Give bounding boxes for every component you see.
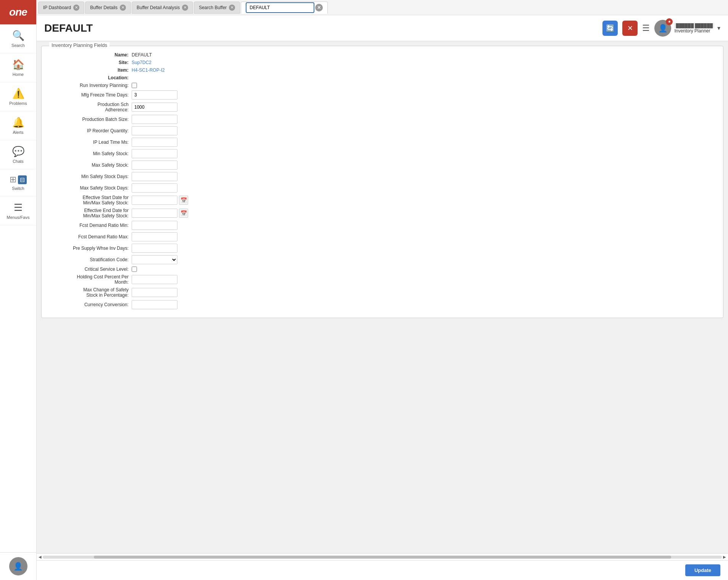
avatar-person-icon: 👤 <box>658 24 668 33</box>
tab-close-ip-dashboard[interactable]: ✕ <box>73 5 79 11</box>
input-ip-lead-time-ms[interactable] <box>132 138 177 147</box>
sidebar-bottom-avatar[interactable]: 👤 <box>0 552 37 580</box>
input-fcst-demand-ratio-min[interactable] <box>132 221 177 230</box>
scroll-left-arrow[interactable]: ◀ <box>37 554 43 560</box>
value-name: DEFAULT <box>132 52 152 58</box>
label-critical-service-level: Critical Service Level: <box>48 267 132 272</box>
tab-search-buffer[interactable]: Search Buffer ✕ <box>194 2 240 14</box>
input-max-safety-stock-days[interactable] <box>132 183 177 193</box>
switch-blue-icon: ⊟ <box>18 175 27 184</box>
label-min-safety-stock-days: Min Safety Stock Days: <box>48 174 132 179</box>
tab-default[interactable]: ✕ <box>241 2 328 14</box>
field-production-batch-size: Production Batch Size: <box>48 115 717 124</box>
field-max-safety-stock-days: Max Safety Stock Days: <box>48 183 717 193</box>
checkbox-run-inventory-planning[interactable] <box>132 83 137 88</box>
scroll-right-arrow[interactable]: ▶ <box>722 554 727 560</box>
field-effective-end-date: Effective End Date forMin/Max Safety Sto… <box>48 208 717 219</box>
label-run-inventory-planning: Run Inventory Planning: <box>48 83 132 88</box>
app-logo[interactable]: one <box>0 0 37 24</box>
page-title: DEFAULT <box>44 22 598 34</box>
input-currency-conversion[interactable] <box>132 300 177 309</box>
field-site: Site: Sup7DC2 <box>48 60 717 65</box>
input-effective-start-date[interactable] <box>132 196 177 205</box>
scroll-track[interactable] <box>43 556 722 559</box>
input-min-safety-stock[interactable] <box>132 149 177 158</box>
input-production-batch-size[interactable] <box>132 115 177 124</box>
field-pre-supply-whse-inv-days: Pre Supply Whse Inv Days: <box>48 244 717 253</box>
sidebar-item-chats[interactable]: 💬 Chats <box>0 140 37 169</box>
label-max-safety-stock: Max Safety Stock: <box>48 162 132 168</box>
refresh-button[interactable]: 🔄 <box>602 21 618 36</box>
label-production-batch-size: Production Batch Size: <box>48 117 132 122</box>
tab-label: IP Dashboard <box>43 5 71 10</box>
checkbox-critical-service-level[interactable] <box>132 267 137 272</box>
switch-gray-icon: ⊞ <box>10 175 16 185</box>
close-button[interactable]: ✕ <box>622 21 638 36</box>
chevron-down-icon[interactable]: ▾ <box>717 24 720 32</box>
link-site[interactable]: Sup7DC2 <box>132 60 151 65</box>
header-user[interactable]: 👤 ★ ██████ ██████ Inventory Planner ▾ <box>654 20 720 37</box>
field-min-safety-stock-days: Min Safety Stock Days: <box>48 172 717 181</box>
star-badge: ★ <box>666 18 673 25</box>
sidebar-menus-favs-label: Menus/Favs <box>7 215 30 220</box>
field-location: Location: <box>48 75 717 80</box>
tab-buffer-detail-analysis[interactable]: Buffer Detail Analysis ✕ <box>132 2 193 14</box>
label-fcst-demand-ratio-max: Fcst Demand Ratio Max: <box>48 234 132 239</box>
input-max-change-safety-stock[interactable] <box>132 288 177 297</box>
update-button[interactable]: Update <box>685 564 720 576</box>
input-min-safety-stock-days[interactable] <box>132 172 177 181</box>
menu-button[interactable]: ☰ <box>642 23 650 33</box>
form-panel: Inventory Planning Fields Name: DEFAULT … <box>41 46 723 318</box>
tab-input-wrap: ✕ <box>246 2 323 13</box>
field-max-safety-stock: Max Safety Stock: <box>48 161 717 170</box>
calendar-button-end[interactable]: 📅 <box>179 209 188 218</box>
sidebar-item-problems[interactable]: ⚠️ Problems <box>0 82 37 111</box>
tab-buffer-details[interactable]: Buffer Details ✕ <box>85 2 131 14</box>
field-holding-cost: Holding Cost Percent PerMonth: <box>48 274 717 285</box>
sidebar-item-menus-favs[interactable]: ☰ Menus/Favs <box>0 196 37 225</box>
field-min-safety-stock: Min Safety Stock: <box>48 149 717 158</box>
scroll-thumb <box>94 556 671 559</box>
bell-icon: 🔔 <box>12 117 24 129</box>
input-ip-reorder-quantity[interactable] <box>132 126 177 135</box>
tab-close-search-buffer[interactable]: ✕ <box>229 5 235 11</box>
link-item[interactable]: H4-SC1-ROP-I2 <box>132 67 165 73</box>
field-item: Item: H4-SC1-ROP-I2 <box>48 67 717 73</box>
input-holding-cost[interactable] <box>132 275 177 284</box>
label-effective-end-date: Effective End Date forMin/Max Safety Sto… <box>48 208 132 219</box>
sidebar-item-home[interactable]: 🏠 Home <box>0 53 37 82</box>
input-pre-supply-whse-inv-days[interactable] <box>132 244 177 253</box>
chat-icon: 💬 <box>12 146 24 157</box>
field-production-sch-adherence: Production SchAdherence: <box>48 102 717 112</box>
input-mfg-freeze-time-days[interactable] <box>132 90 177 100</box>
calendar-button-start[interactable]: 📅 <box>179 196 188 205</box>
tab-search-input[interactable] <box>246 2 314 13</box>
tab-label: Buffer Detail Analysis <box>137 5 180 10</box>
tab-close-buffer-detail-analysis[interactable]: ✕ <box>182 5 188 11</box>
horizontal-scrollbar[interactable]: ◀ ▶ <box>37 553 728 560</box>
input-fcst-demand-ratio-max[interactable] <box>132 232 177 241</box>
field-ip-lead-time-ms: IP Lead Time Ms: <box>48 138 717 147</box>
avatar-bottom: 👤 <box>9 557 27 575</box>
tab-close-buffer-details[interactable]: ✕ <box>120 5 126 11</box>
home-icon: 🏠 <box>12 59 24 71</box>
field-currency-conversion: Currency Conversion: <box>48 300 717 309</box>
sidebar: one 🔍 Search 🏠 Home ⚠️ Problems 🔔 Alerts… <box>0 0 37 580</box>
sidebar-item-label: Home <box>13 72 24 77</box>
footer-bar: Update <box>37 560 728 580</box>
page-header: DEFAULT 🔄 ✕ ☰ 👤 ★ ██████ ██████ Inventor… <box>37 15 728 41</box>
username: ██████ ██████ <box>674 23 714 28</box>
input-production-sch-adherence[interactable] <box>132 103 177 112</box>
tab-ip-dashboard[interactable]: IP Dashboard ✕ <box>38 2 84 14</box>
input-max-safety-stock[interactable] <box>132 161 177 170</box>
tab-search-clear[interactable]: ✕ <box>315 4 323 11</box>
sidebar-item-switch[interactable]: ⊞ ⊟ Switch <box>0 169 37 196</box>
input-effective-end-date[interactable] <box>132 209 177 218</box>
sidebar-item-search[interactable]: 🔍 Search <box>0 24 37 53</box>
tab-label: Buffer Details <box>90 5 118 10</box>
field-fcst-demand-ratio-min: Fcst Demand Ratio Min: <box>48 221 717 230</box>
label-pre-supply-whse-inv-days: Pre Supply Whse Inv Days: <box>48 246 132 251</box>
field-max-change-safety-stock: Max Change of SafetyStock in Percentage: <box>48 287 717 298</box>
select-stratification-code[interactable] <box>132 255 177 264</box>
sidebar-item-alerts[interactable]: 🔔 Alerts <box>0 111 37 140</box>
